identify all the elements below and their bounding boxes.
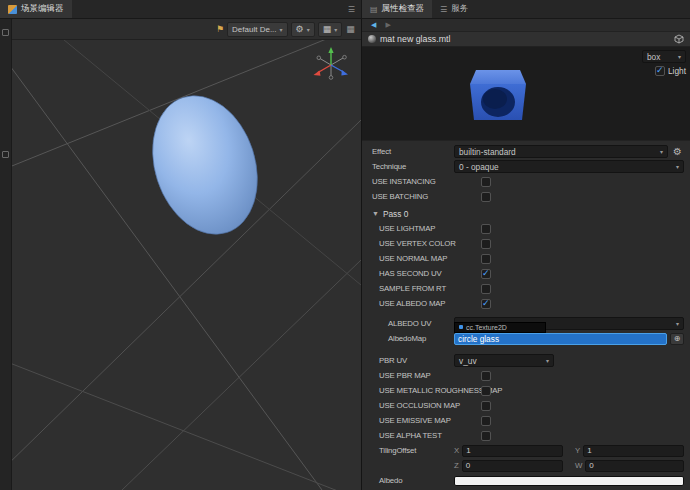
sample-from-rt-checkbox[interactable]	[481, 284, 491, 294]
use-normal-map-checkbox[interactable]	[481, 254, 491, 264]
technique-select[interactable]: 0 - opaque ▾	[454, 160, 684, 173]
use-instancing-checkbox[interactable]	[481, 177, 491, 187]
header-spacer	[72, 0, 342, 18]
gear-icon: ⚙	[296, 24, 304, 34]
use-lightmap-checkbox[interactable]	[481, 224, 491, 234]
use-instancing-control	[454, 177, 684, 187]
gizmo-flag-icon[interactable]: ⚑	[216, 24, 224, 34]
use-occlusion-map-checkbox[interactable]	[481, 401, 491, 411]
pbr-uv-label: PBR UV	[362, 356, 454, 365]
chevron-down-icon: ▾	[660, 148, 663, 155]
use-pbr-map-control	[454, 371, 684, 381]
effect-select[interactable]: builtin-standard ▾	[454, 145, 668, 158]
view-cube-icon: ▦	[323, 24, 332, 34]
row-use-emissive-map: USE EMISSIVE MAP	[362, 413, 690, 428]
use-alpha-test-checkbox[interactable]	[481, 431, 491, 441]
pbr-uv-value: v_uv	[459, 356, 477, 366]
use-vertex-color-checkbox[interactable]	[481, 239, 491, 249]
use-pbr-map-checkbox[interactable]	[481, 371, 491, 381]
effect-gear-icon[interactable]: ⚙	[671, 145, 684, 158]
scene-settings-dropdown[interactable]: ⚙ ▾	[291, 22, 315, 37]
preview-shape-value: box	[647, 52, 660, 62]
asset-type-dot-icon	[459, 325, 463, 329]
use-pbr-map-label: USE PBR MAP	[362, 371, 454, 380]
camera-mode-dropdown[interactable]: Default De... ▾	[227, 22, 287, 37]
row-use-instancing: USE INSTANCING	[362, 174, 690, 189]
main-body: ⚑ Default De... ▾ ⚙ ▾ ▦ ▾ ▦	[0, 19, 690, 490]
preview-shape-select[interactable]: box ▾	[642, 50, 686, 63]
use-batching-label: USE BATCHING	[362, 192, 454, 201]
albedo-map-asset-input[interactable]: circle glass	[454, 333, 667, 345]
effect-label: Effect	[362, 147, 454, 156]
use-normal-map-control	[454, 254, 684, 264]
inspector-panel-header: ▤ 属性检查器 ☰ 服务	[362, 0, 690, 18]
chevron-down-icon: ▾	[676, 163, 679, 170]
sample-from-rt-label: SAMPLE FROM RT	[362, 284, 454, 293]
tab-scene-editor[interactable]: 场景编辑器	[0, 0, 72, 18]
scene-toolbar-group: ⚑ Default De... ▾ ⚙ ▾ ▦ ▾	[216, 22, 342, 37]
asset-name: mat new glass.mtl	[380, 34, 450, 44]
use-batching-checkbox[interactable]	[481, 192, 491, 202]
tiling-offset-w-input[interactable]: 0	[585, 460, 684, 472]
section-expand-icon[interactable]: ▼	[372, 210, 379, 217]
has-second-uv-control	[454, 269, 684, 279]
albedo-color-swatch[interactable]	[454, 476, 684, 486]
use-occlusion-map-control	[454, 401, 684, 411]
use-metallic-roughness-map-checkbox[interactable]	[481, 386, 491, 396]
use-emissive-map-checkbox[interactable]	[481, 416, 491, 426]
cube-icon[interactable]	[674, 34, 684, 44]
has-second-uv-checkbox[interactable]	[481, 269, 491, 279]
light-checkbox[interactable]	[655, 66, 665, 76]
w-axis-label: W	[575, 461, 582, 470]
tiling-offset-xy-control: X 1 Y 1	[454, 445, 684, 457]
section-pass0[interactable]: ▼ Pass 0	[362, 206, 690, 221]
row-use-batching: USE BATCHING	[362, 189, 690, 204]
use-albedo-map-checkbox[interactable]	[481, 299, 491, 309]
use-alpha-test-label: USE ALPHA TEST	[362, 431, 454, 440]
chevron-down-icon: ▾	[676, 320, 679, 327]
tiling-offset-x-input[interactable]: 1	[462, 445, 563, 457]
forward-arrow-icon[interactable]: ▶	[385, 21, 390, 29]
material-disc	[136, 82, 275, 248]
row-use-lightmap: USE LIGHTMAP	[362, 221, 690, 236]
header-spacer	[476, 0, 690, 18]
row-use-metallic-roughness-map: USE METALLIC ROUGHNESS MAP	[362, 383, 690, 398]
collapsed-panel-icon[interactable]	[2, 29, 9, 36]
row-use-pbr-map: USE PBR MAP	[362, 368, 690, 383]
tiling-offset-y-input[interactable]: 1	[583, 445, 684, 457]
tiling-offset-x-field: X 1	[454, 445, 563, 457]
preview-light-toggle[interactable]: Light	[655, 66, 686, 76]
inspector-panel: ◀ ▶ mat new glass.mtl	[362, 19, 690, 490]
app-window: 场景编辑器 ☰ ▤ 属性检查器 ☰ 服务	[0, 0, 690, 490]
use-vertex-color-control	[454, 239, 684, 249]
tiling-offset-label: TilingOffset	[362, 446, 454, 455]
technique-control: 0 - opaque ▾	[454, 160, 684, 173]
y-axis-label: Y	[575, 446, 580, 455]
use-batching-control	[454, 192, 684, 202]
use-emissive-map-label: USE EMISSIVE MAP	[362, 416, 454, 425]
chevron-down-icon: ▾	[280, 26, 283, 33]
material-preview[interactable]: box ▾ Light	[362, 47, 690, 141]
view-options-dropdown[interactable]: ▦ ▾	[318, 22, 343, 37]
camera-mode-value: Default De...	[232, 25, 276, 34]
tab-service[interactable]: ☰ 服务	[432, 0, 476, 18]
row-use-albedo-map: USE ALBEDO MAP	[362, 296, 690, 311]
axis-gizmo[interactable]	[308, 45, 354, 87]
layout-grid-icon[interactable]: ▦	[342, 24, 359, 34]
back-arrow-icon[interactable]: ◀	[371, 21, 376, 29]
asset-picker-button[interactable]: ⊕	[670, 333, 684, 345]
collapsed-panel-icon[interactable]	[2, 151, 9, 158]
tiling-offset-z-input[interactable]: 0	[462, 460, 563, 472]
chevron-down-icon: ▾	[678, 53, 681, 60]
albedo-control	[454, 476, 684, 486]
scene-panel-menu-icon[interactable]: ☰	[342, 0, 361, 18]
scene-viewport[interactable]	[12, 40, 361, 490]
row-albedo-map: AlbedoMap cc.Texture2D circle glass ⊕	[362, 331, 690, 346]
chevron-down-icon: ▾	[307, 26, 310, 33]
preview-cube-render	[462, 58, 534, 130]
row-use-occlusion-map: USE OCCLUSION MAP	[362, 398, 690, 413]
pbr-uv-select[interactable]: v_uv ▾	[454, 354, 554, 367]
tiling-offset-w-field: W 0	[575, 460, 684, 472]
tab-inspector[interactable]: ▤ 属性检查器	[362, 0, 432, 18]
chevron-down-icon: ▾	[334, 26, 337, 33]
